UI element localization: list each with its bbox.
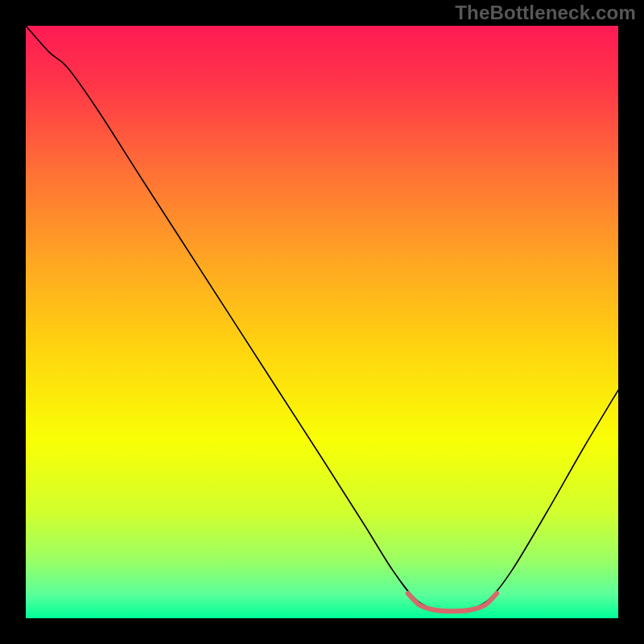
chart-svg bbox=[26, 26, 618, 618]
watermark-text: TheBottleneck.com bbox=[455, 2, 636, 24]
chart-container: TheBottleneck.com bbox=[0, 0, 644, 644]
plot-background bbox=[26, 26, 618, 618]
